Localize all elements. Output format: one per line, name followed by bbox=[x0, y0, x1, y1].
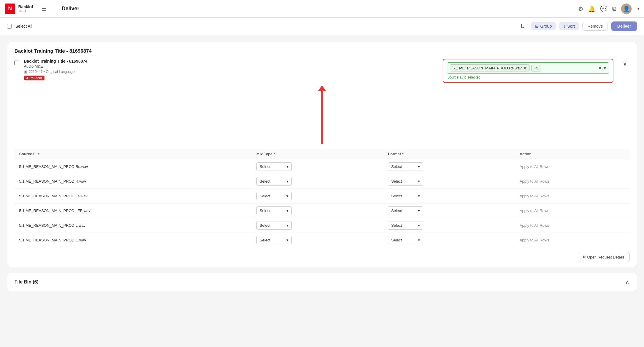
format-cell[interactable]: Select ▾ bbox=[383, 174, 515, 189]
external-link-button[interactable]: ⧉ bbox=[612, 5, 616, 12]
table-row: 5.1 ME_REASON_MAIN_PROD.LFE.wav Select ▾… bbox=[14, 203, 630, 218]
col-mix-type: Mix Type * bbox=[252, 149, 383, 159]
source-selector-inner[interactable]: 5.1 ME_REASON_MAIN_PROD.Rs.wav ✕ +5 ✕ ▾ bbox=[447, 62, 609, 74]
hamburger-button[interactable]: ☰ bbox=[38, 6, 50, 12]
apply-to-all-rows-button[interactable]: Apply to All Rows bbox=[519, 179, 549, 183]
apply-to-all-rows-button[interactable]: Apply to All Rows bbox=[519, 164, 549, 169]
sort-label: Sort bbox=[567, 24, 575, 29]
open-request-button[interactable]: ⧉ Open Request Details bbox=[578, 252, 630, 262]
action-cell[interactable]: Apply to All Rows bbox=[515, 159, 630, 174]
avatar: 👤 bbox=[621, 4, 632, 14]
col-source-file: Source File bbox=[14, 149, 252, 159]
source-chip-label: 5.1 ME_REASON_MAIN_PROD.Rs.wav bbox=[453, 66, 522, 70]
chat-button[interactable]: 💬 bbox=[600, 5, 608, 12]
format-select[interactable]: Select ▾ bbox=[388, 236, 423, 244]
mix-type-select[interactable]: Select ▾ bbox=[256, 177, 292, 186]
app-sub: TEST bbox=[18, 9, 33, 13]
chevron-down-icon: ▾ bbox=[418, 179, 420, 183]
row-title: Backlot Training Title - 81696874 bbox=[24, 59, 438, 64]
format-select[interactable]: Select ▾ bbox=[388, 206, 423, 215]
format-cell[interactable]: Select ▾ bbox=[383, 159, 515, 174]
format-select[interactable]: Select ▾ bbox=[388, 192, 423, 200]
row-collapse-button[interactable]: ∨ bbox=[620, 59, 630, 68]
select-all-checkbox[interactable] bbox=[7, 24, 12, 29]
row-subtitle: Audio M&E bbox=[24, 64, 438, 69]
nav-divider bbox=[57, 4, 57, 14]
mix-type-select[interactable]: Select ▾ bbox=[256, 221, 292, 230]
mix-type-select[interactable]: Select ▾ bbox=[256, 206, 292, 215]
top-nav: N Backlot TEST ☰ Deliver ⚙ 🔔 💬 ⧉ 👤 ▾ bbox=[0, 0, 644, 18]
source-file-cell: 5.1 ME_REASON_MAIN_PROD.R.wav bbox=[14, 174, 252, 189]
external-link-icon: ⧉ bbox=[583, 255, 585, 259]
action-cell[interactable]: Apply to All Rows bbox=[515, 218, 630, 233]
chevron-down-icon: ▾ bbox=[286, 223, 288, 228]
mix-type-cell[interactable]: Select ▾ bbox=[252, 189, 383, 203]
notifications-button[interactable]: 🔔 bbox=[588, 5, 595, 12]
toolbar: Select All ⇅ ⊞ Group ↕ Sort Remove Deliv… bbox=[0, 18, 644, 35]
source-selector-wrapper: 5.1 ME_REASON_MAIN_PROD.Rs.wav ✕ +5 ✕ ▾ … bbox=[443, 59, 613, 83]
mix-type-cell[interactable]: Select ▾ bbox=[252, 159, 383, 174]
mix-type-cell[interactable]: Select ▾ bbox=[252, 233, 383, 248]
table-row: 5.1 ME_REASON_MAIN_PROD.Rs.wav Select ▾ … bbox=[14, 159, 630, 174]
format-cell[interactable]: Select ▾ bbox=[383, 203, 515, 218]
source-table: Source File Mix Type * Format * Action 5… bbox=[14, 149, 630, 247]
action-cell[interactable]: Apply to All Rows bbox=[515, 189, 630, 203]
chevron-down-icon: ▾ bbox=[286, 194, 288, 198]
format-cell[interactable]: Select ▾ bbox=[383, 233, 515, 248]
settings-button[interactable]: ⚙ bbox=[578, 5, 583, 12]
meta-icon: ▣ bbox=[24, 70, 27, 74]
open-request-label: Open Request Details bbox=[587, 255, 625, 259]
table-row: 5.1 ME_REASON_MAIN_PROD.C.wav Select ▾ S… bbox=[14, 233, 630, 248]
format-select[interactable]: Select ▾ bbox=[388, 162, 423, 171]
main-content: Backlot Training Title - 81696874 Backlo… bbox=[0, 35, 644, 298]
selector-clear-button[interactable]: ✕ bbox=[598, 65, 602, 71]
chevron-down-icon: ▾ bbox=[286, 179, 288, 183]
row-info: Backlot Training Title - 81696874 Audio … bbox=[24, 59, 438, 80]
file-bin-title: File Bin (6) bbox=[14, 279, 39, 285]
group-label: Group bbox=[540, 24, 552, 29]
mix-type-select[interactable]: Select ▾ bbox=[256, 192, 292, 200]
chevron-down-icon: ▾ bbox=[418, 208, 420, 213]
format-cell[interactable]: Select ▾ bbox=[383, 218, 515, 233]
sort-button[interactable]: ↕ Sort bbox=[559, 22, 579, 30]
avatar-caret[interactable]: ▾ bbox=[638, 7, 639, 11]
format-select[interactable]: Select ▾ bbox=[388, 177, 423, 186]
mix-type-cell[interactable]: Select ▾ bbox=[252, 218, 383, 233]
mix-type-cell[interactable]: Select ▾ bbox=[252, 203, 383, 218]
format-select[interactable]: Select ▾ bbox=[388, 221, 423, 230]
arrow-head bbox=[318, 85, 326, 91]
apply-to-all-rows-button[interactable]: Apply to All Rows bbox=[519, 194, 549, 198]
file-bin-section[interactable]: File Bin (6) ∧ bbox=[7, 273, 637, 291]
app-name: Backlot bbox=[18, 4, 33, 9]
open-request-row: ⧉ Open Request Details bbox=[7, 247, 637, 267]
remove-button[interactable]: Remove bbox=[582, 22, 608, 31]
group-button[interactable]: ⊞ Group bbox=[531, 22, 556, 30]
chevron-down-icon: ▾ bbox=[286, 208, 288, 213]
plus-badge: +5 bbox=[531, 65, 541, 71]
filter-button[interactable]: ⇅ bbox=[517, 21, 527, 31]
mix-type-cell[interactable]: Select ▾ bbox=[252, 174, 383, 189]
source-auto-label: Source auto selected bbox=[447, 75, 609, 79]
col-action: Action bbox=[515, 149, 630, 159]
netflix-logo: N bbox=[5, 4, 15, 14]
main-card: Backlot Training Title - 81696874 Backlo… bbox=[7, 42, 637, 267]
format-cell[interactable]: Select ▾ bbox=[383, 189, 515, 203]
action-cell[interactable]: Apply to All Rows bbox=[515, 174, 630, 189]
nav-logo: N Backlot TEST bbox=[5, 4, 33, 14]
chip-close-button[interactable]: ✕ bbox=[523, 66, 527, 70]
action-cell[interactable]: Apply to All Rows bbox=[515, 233, 630, 248]
deliver-button[interactable]: Deliver bbox=[611, 21, 637, 31]
apply-to-all-rows-button[interactable]: Apply to All Rows bbox=[519, 238, 549, 242]
apply-to-all-rows-button[interactable]: Apply to All Rows bbox=[519, 208, 549, 213]
source-file-cell: 5.1 ME_REASON_MAIN_PROD.C.wav bbox=[14, 233, 252, 248]
action-cell[interactable]: Apply to All Rows bbox=[515, 203, 630, 218]
selector-dropdown-button[interactable]: ▾ bbox=[604, 65, 606, 71]
source-file-cell: 5.1 ME_REASON_MAIN_PROD.Ls.wav bbox=[14, 189, 252, 203]
source-file-cell: 5.1 ME_REASON_MAIN_PROD.L.wav bbox=[14, 218, 252, 233]
mix-type-select[interactable]: Select ▾ bbox=[256, 162, 292, 171]
apply-to-all-rows-button[interactable]: Apply to All Rows bbox=[519, 223, 549, 228]
row-checkbox[interactable] bbox=[14, 61, 19, 65]
group-icon: ⊞ bbox=[535, 24, 539, 29]
col-format: Format * bbox=[383, 149, 515, 159]
mix-type-select[interactable]: Select ▾ bbox=[256, 236, 292, 244]
